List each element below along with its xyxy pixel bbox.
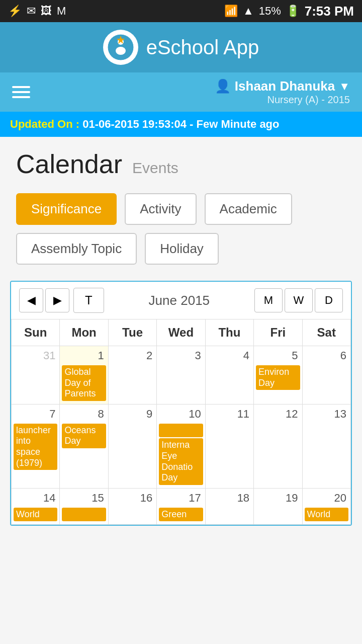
user-name[interactable]: 👤 Ishaan Dhanuka ▼: [215, 78, 350, 94]
cal-cell-jun17[interactable]: 17 Green: [157, 488, 205, 525]
day-number: 8: [62, 407, 106, 423]
day-number: 6: [305, 348, 348, 364]
cal-cell-jun10[interactable]: 10 Interna Eye Donatio Day: [157, 404, 205, 488]
menu-icon[interactable]: [12, 86, 30, 98]
day-number: 3: [159, 348, 203, 364]
event-pill[interactable]: World: [305, 508, 348, 522]
day-number: 14: [14, 491, 57, 507]
user-person-icon: 👤: [215, 78, 231, 94]
event-pill[interactable]: Oceans Day: [62, 424, 106, 448]
cal-month-label: June 2015: [149, 293, 210, 308]
cal-cell-jun20[interactable]: 20 World: [302, 488, 350, 525]
wifi-icon: 📶: [224, 5, 238, 18]
cal-today-button[interactable]: T: [73, 288, 104, 313]
table-row: 14 World 15 16 17 Green 18 1: [12, 488, 351, 525]
user-dropdown-arrow: ▼: [339, 80, 350, 93]
cal-cell-may31[interactable]: 31: [12, 346, 60, 405]
cal-cell-jun6[interactable]: 6: [302, 346, 350, 405]
app-title: eSchool App: [146, 36, 259, 59]
cal-cell-jun13[interactable]: 13: [302, 404, 350, 488]
day-number: 10: [159, 407, 203, 423]
event-pill[interactable]: [159, 424, 203, 438]
app-logo: [103, 30, 138, 65]
col-wed: Wed: [157, 319, 205, 346]
table-row: 31 1 Global Day of Parents 2 3 4 5 Envir: [12, 346, 351, 405]
event-pill[interactable]: Environ Day: [256, 365, 300, 390]
cal-cell-jun5[interactable]: 5 Environ Day: [254, 346, 302, 405]
user-bar: 👤 Ishaan Dhanuka ▼ Nursery (A) - 2015: [0, 72, 362, 112]
day-number: 20: [305, 491, 348, 507]
calendar-table: Sun Mon Tue Wed Thu Fri Sat 31 1 Global …: [11, 319, 351, 525]
cal-cell-jun19[interactable]: 19: [254, 488, 302, 525]
cal-cell-jun18[interactable]: 18: [205, 488, 253, 525]
cal-cell-jun11[interactable]: 11: [205, 404, 253, 488]
filter-academic[interactable]: Academic: [205, 193, 292, 225]
cal-cell-jun1[interactable]: 1 Global Day of Parents: [60, 346, 108, 405]
day-number: 7: [14, 407, 57, 423]
email-icon: ✉: [27, 5, 36, 18]
filter-significance[interactable]: Significance: [16, 193, 117, 225]
day-number: 17: [159, 491, 203, 507]
battery-icon: 🔋: [286, 5, 300, 18]
day-number: 9: [111, 407, 154, 423]
event-pill[interactable]: launcher into space (1979): [14, 424, 57, 470]
day-number: 19: [256, 491, 300, 507]
filter-assembly-topic[interactable]: Assembly Topic: [16, 233, 137, 265]
col-thu: Thu: [205, 319, 253, 346]
filter-holiday[interactable]: Holiday: [145, 233, 219, 265]
event-pill[interactable]: Interna Eye Donatio Day: [159, 438, 203, 485]
cal-cell-jun9[interactable]: 9: [108, 404, 156, 488]
cal-cell-jun12[interactable]: 12: [254, 404, 302, 488]
cal-nav-arrows: ◀ ▶: [19, 288, 69, 312]
cal-view-month[interactable]: M: [254, 288, 283, 312]
event-pill[interactable]: Green: [159, 508, 203, 522]
col-sat: Sat: [302, 319, 350, 346]
day-number: 15: [62, 491, 106, 507]
calendar-header-row: Sun Mon Tue Wed Thu Fri Sat: [12, 319, 351, 346]
app-header: eSchool App: [0, 22, 362, 72]
cal-cell-jun3[interactable]: 3: [157, 346, 205, 405]
event-pill[interactable]: [62, 508, 106, 522]
col-sun: Sun: [12, 319, 60, 346]
update-banner: Updated On : 01-06-2015 19:53:04 - Few M…: [0, 112, 362, 137]
cal-cell-jun2[interactable]: 2: [108, 346, 156, 405]
page-subtitle: Events: [132, 159, 178, 177]
svg-point-2: [116, 47, 126, 55]
cal-view-week[interactable]: W: [285, 288, 313, 312]
day-number: 13: [305, 407, 348, 423]
event-pill[interactable]: World: [14, 508, 57, 522]
page-title: Calendar: [16, 149, 122, 179]
page-title-area: Calendar Events: [0, 137, 362, 185]
user-class: Nursery (A) - 2015: [215, 94, 350, 106]
signal-icon: ▲: [243, 5, 254, 18]
clock: 7:53 PM: [305, 4, 354, 19]
update-timestamp: 01-06-2015 19:53:04: [82, 118, 187, 130]
cal-cell-jun15[interactable]: 15: [60, 488, 108, 525]
day-number: 31: [14, 348, 57, 364]
battery-status: 15%: [259, 5, 281, 18]
status-icons-right: 📶 ▲ 15% 🔋 7:53 PM: [224, 4, 354, 19]
cal-cell-jun14[interactable]: 14 World: [12, 488, 60, 525]
event-pill[interactable]: Global Day of Parents: [62, 365, 106, 401]
day-number: 5: [256, 348, 300, 364]
day-number: 18: [208, 491, 251, 507]
cal-view-day[interactable]: D: [315, 288, 343, 312]
cal-cell-jun8[interactable]: 8 Oceans Day: [60, 404, 108, 488]
image-icon: 🖼: [41, 5, 52, 18]
filter-activity[interactable]: Activity: [125, 193, 196, 225]
calendar-nav: ◀ ▶ T June 2015 M W D: [11, 282, 351, 319]
cal-next-button[interactable]: ▶: [45, 288, 69, 312]
update-prefix: Updated On :: [10, 118, 82, 130]
col-tue: Tue: [108, 319, 156, 346]
update-suffix: - Few Minute ago: [187, 118, 280, 130]
day-number: 2: [111, 348, 154, 364]
table-row: 7 launcher into space (1979) 8 Oceans Da…: [12, 404, 351, 488]
status-bar: ⚡ ✉ 🖼 M 📶 ▲ 15% 🔋 7:53 PM: [0, 0, 362, 22]
cal-cell-jun16[interactable]: 16: [108, 488, 156, 525]
cal-cell-jun7[interactable]: 7 launcher into space (1979): [12, 404, 60, 488]
cal-cell-jun4[interactable]: 4: [205, 346, 253, 405]
cal-prev-button[interactable]: ◀: [19, 288, 43, 312]
user-name-text: Ishaan Dhanuka: [235, 78, 335, 94]
col-mon: Mon: [60, 319, 108, 346]
cal-view-buttons: M W D: [254, 288, 343, 312]
